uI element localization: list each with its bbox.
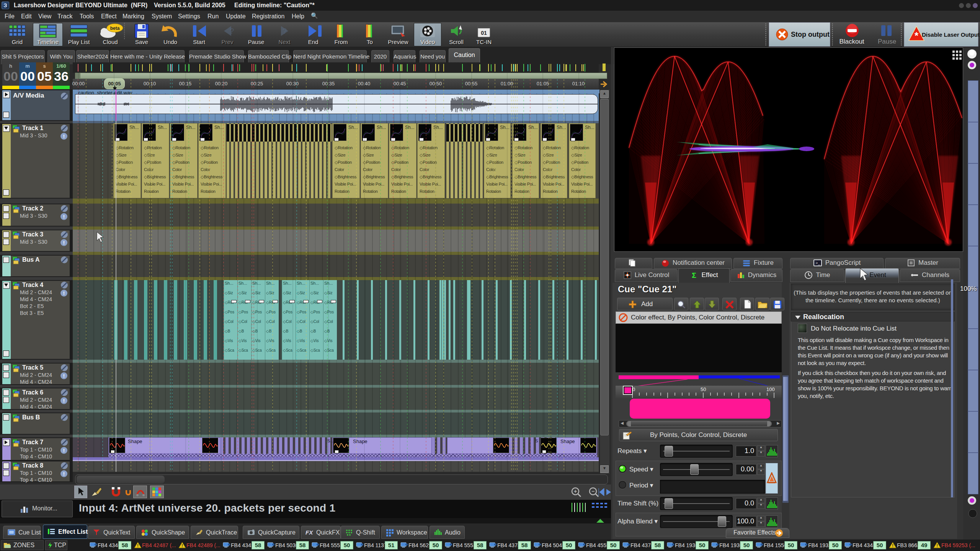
svg-text:01: 01 xyxy=(481,30,487,36)
svg-text:!: ! xyxy=(63,471,65,477)
svg-text:FX: FX xyxy=(305,529,313,536)
svg-text:+: + xyxy=(574,488,577,494)
svg-text:!: ! xyxy=(181,543,183,548)
svg-text:!: ! xyxy=(63,290,65,296)
svg-text:!: ! xyxy=(63,373,65,379)
svg-text:>_: >_ xyxy=(815,261,820,265)
svg-text:!: ! xyxy=(63,448,65,453)
svg-text:!: ! xyxy=(137,543,139,548)
svg-text:?: ? xyxy=(230,27,234,35)
svg-text:!: ! xyxy=(936,543,938,548)
svg-text:beta: beta xyxy=(110,26,120,31)
svg-text:!: ! xyxy=(63,240,65,246)
svg-text:*: * xyxy=(915,30,919,41)
svg-text:Σ: Σ xyxy=(692,271,696,279)
svg-text:!: ! xyxy=(892,543,893,548)
svg-text:!: ! xyxy=(63,214,65,220)
svg-text:!: ! xyxy=(63,134,65,139)
svg-text:!: ! xyxy=(63,398,65,404)
svg-text:?: ? xyxy=(283,27,287,35)
svg-text:−: − xyxy=(591,488,595,494)
